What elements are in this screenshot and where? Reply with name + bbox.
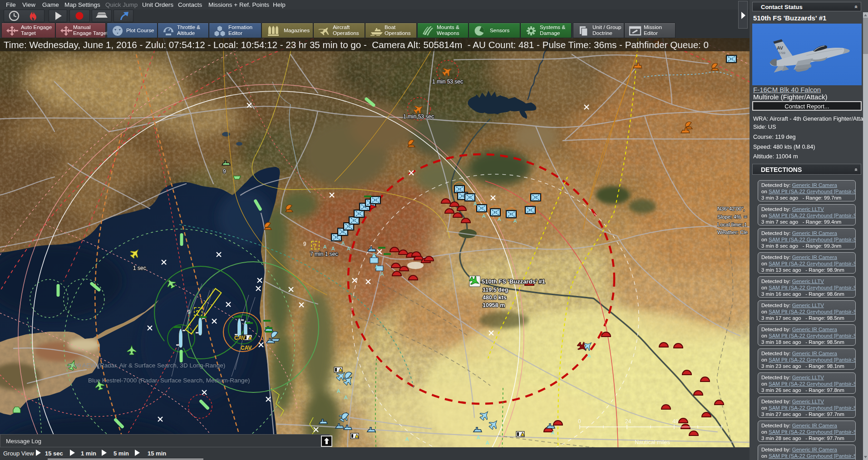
svg-text:9: 9 <box>303 241 306 247</box>
svg-text:7 min 1 sec: 7 min 1 sec <box>310 251 338 257</box>
svg-text:A: A <box>486 440 489 445</box>
svg-text:2000 AEW (Radar, Air & Surface: 2000 AEW (Radar, Air & Surface Search, 3… <box>67 362 225 369</box>
svg-text:119.5 deg: 119.5 deg <box>483 287 508 293</box>
svg-text:N36°42'00",: N36°42'00", <box>717 206 745 211</box>
svg-text:A: A <box>375 264 379 269</box>
svg-text:A: A <box>498 216 501 222</box>
svg-text:1 min 53 sec: 1 min 53 sec <box>403 113 434 120</box>
svg-text:10958 m: 10958 m <box>483 302 505 308</box>
svg-text:1 sec: 1 sec <box>133 265 146 271</box>
svg-text:A: A <box>482 213 486 219</box>
svg-text:A: A <box>323 244 327 250</box>
svg-text:A: A <box>341 240 345 246</box>
svg-text:Weather: Cle: Weather: Cle <box>717 230 748 235</box>
svg-text:AV: AV <box>777 45 783 50</box>
svg-text:48: 48 <box>672 418 679 425</box>
svg-text:A: A <box>513 218 517 224</box>
svg-text:510th FS 'Buzzards' #1: 510th FS 'Buzzards' #1 <box>482 278 545 285</box>
svg-text:5709: 5709 <box>779 51 785 55</box>
svg-text:A: A <box>587 353 591 358</box>
svg-text:9: 9 <box>223 168 226 175</box>
svg-text:A: A <box>380 271 384 277</box>
svg-text:Slope: 4% =: Slope: 4% = <box>717 214 747 220</box>
svg-text:480.0 kts: 480.0 kts <box>483 294 507 301</box>
svg-text:1 min 53 sec: 1 min 53 sec <box>432 78 463 85</box>
svg-text:CAV: CAV <box>234 335 245 341</box>
svg-text:24: 24 <box>625 418 631 425</box>
svg-text:A: A <box>344 395 348 400</box>
svg-text:A: A <box>477 435 480 440</box>
svg-text:A: A <box>337 388 340 394</box>
svg-text:Blue Kestrel-7000 (Radar, Surf: Blue Kestrel-7000 (Radar, Surface Search… <box>88 377 250 384</box>
svg-text:9: 9 <box>187 309 191 315</box>
svg-text:?: ? <box>196 309 200 316</box>
svg-text:?: ? <box>313 242 317 250</box>
svg-text:0: 0 <box>578 418 581 425</box>
svg-text:Nautical miles: Nautical miles <box>635 439 670 445</box>
svg-text:CAV: CAV <box>241 345 252 351</box>
svg-text:A: A <box>473 201 477 206</box>
svg-text:A: A <box>347 246 350 251</box>
svg-text:Local time: 1: Local time: 1 <box>717 222 747 227</box>
svg-text:A: A <box>405 436 409 442</box>
svg-text:A: A <box>551 430 555 436</box>
svg-text:A: A <box>372 252 376 258</box>
